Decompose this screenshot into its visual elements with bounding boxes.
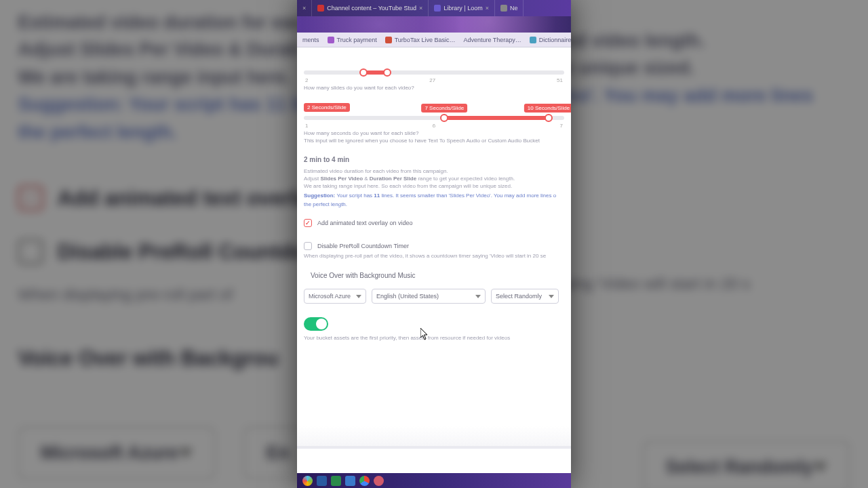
close-icon[interactable]: ×	[302, 5, 306, 12]
tab[interactable]: Channel content – YouTube Stud ×	[312, 0, 429, 16]
duration-estimate: 2 min to 4 min	[304, 156, 564, 163]
edge-icon[interactable]	[345, 476, 355, 486]
bg-checkbox: ✓	[18, 186, 43, 211]
bookmark-label: TurboTax Live Basic…	[395, 37, 456, 43]
bookmark-item[interactable]: Adventure Therapy…	[463, 37, 521, 43]
chrome-icon[interactable]	[359, 476, 370, 486]
slider-help: This input will be ignored when you choo…	[304, 138, 564, 144]
tab[interactable]: ×	[297, 0, 312, 16]
bookmark-label: ments	[302, 37, 319, 43]
chevron-down-icon	[356, 295, 361, 298]
select-value: Select Randomly	[496, 293, 542, 300]
bookmark-item[interactable]: ments	[302, 37, 319, 43]
browser-theme-strip	[297, 16, 571, 33]
tts-voice-select[interactable]: Select Randomly	[491, 289, 559, 304]
select-value: Microsoft Azure	[309, 293, 351, 300]
bookmark-icon	[385, 37, 392, 43]
slider-label: How many seconds do you want for each sl…	[304, 130, 564, 136]
select-value: English (United States)	[376, 293, 439, 300]
tab-label: Ne	[510, 5, 518, 12]
loom-icon	[434, 5, 441, 12]
bookmark-icon	[530, 37, 536, 43]
info-text: Estimated video duration for each video …	[304, 167, 564, 175]
app-icon[interactable]	[374, 476, 384, 486]
slider-tooltip: 7 Seconds/Slide	[421, 104, 467, 113]
bg-checkbox	[18, 239, 43, 264]
slider-tooltip: 10 Seconds/Slide	[524, 104, 571, 113]
slider-handle-right[interactable]	[383, 68, 391, 77]
bookmarks-bar: ments Truck payment TurboTax Live Basic……	[297, 33, 571, 47]
windows-taskbar	[297, 473, 571, 488]
bookmark-item[interactable]: TurboTax Live Basic…	[385, 37, 456, 43]
bg-text: Add animated text overla	[58, 186, 309, 210]
toggle-knob	[316, 319, 327, 329]
close-icon[interactable]: ×	[486, 5, 489, 12]
start-button[interactable]	[302, 476, 313, 486]
word-icon[interactable]	[317, 476, 327, 486]
tab[interactable]: Library | Loom ×	[429, 0, 495, 16]
bookmark-label: Dictionnaire intema…	[539, 37, 571, 43]
tts-provider-select[interactable]: Microsoft Azure	[304, 289, 366, 304]
browser-tabs: × Channel content – YouTube Stud × Libra…	[297, 0, 571, 16]
excel-icon[interactable]	[331, 476, 341, 486]
tab[interactable]: Ne	[495, 0, 524, 16]
tts-language-select[interactable]: English (United States)	[372, 289, 486, 304]
disable-preroll-checkbox[interactable]	[304, 242, 312, 250]
duration-per-slide-slider[interactable]: 7 Seconds/Slide 10 Seconds/Slide	[304, 116, 564, 120]
bookmark-label: Truck payment	[337, 37, 377, 43]
voiceover-title: Voice Over with Background Music	[311, 272, 564, 279]
bookmark-label: Adventure Therapy…	[463, 37, 521, 43]
option-label: Add animated text overlay on video	[317, 220, 413, 226]
slides-per-video-slider[interactable]	[304, 70, 564, 75]
suggestion-text: the perfect length.	[304, 201, 564, 208]
suggestion-text: Suggestion: Your script has 11 lines. It…	[304, 192, 564, 199]
slider-ticks: 2 27 51	[305, 77, 563, 83]
bookmark-item[interactable]: Dictionnaire intema…	[530, 37, 571, 43]
option-help: When displaying pre-roll part of the vid…	[304, 253, 564, 260]
slider-label: How many slides do you want for each vid…	[304, 85, 564, 91]
info-text: We are taking range input here. So each …	[304, 182, 564, 190]
tab-label: Channel content – YouTube Stud	[327, 5, 416, 12]
youtube-icon	[317, 5, 324, 12]
bg-select: Microsoft Azure	[18, 426, 215, 479]
chevron-down-icon	[475, 295, 481, 298]
bottom-bar	[297, 446, 571, 473]
page-content: 2 27 51 How many slides do you want for …	[297, 47, 571, 488]
close-icon[interactable]: ×	[419, 5, 422, 12]
option-label: Disable PreRoll Countdown Timer	[317, 243, 409, 249]
tab-favicon	[500, 5, 507, 12]
slider-handle-left[interactable]	[359, 68, 368, 77]
tab-label: Library | Loom	[443, 5, 482, 12]
bucket-assets-toggle[interactable]	[304, 317, 328, 331]
slider-ticks: 1 6 7	[305, 123, 563, 129]
bookmark-item[interactable]: Truck payment	[328, 37, 377, 43]
slider-summary-badge: 2 Seconds/Slide	[304, 103, 350, 112]
toggle-help: Your bucket assets are the first priorit…	[304, 335, 564, 341]
info-text: Adjust Slides Per Video & Duration Per S…	[304, 175, 564, 182]
slider-handle-right[interactable]	[545, 114, 553, 122]
bg-text: Disable PreRoll Countdo	[58, 240, 306, 264]
slider-handle-left[interactable]	[440, 114, 448, 122]
bookmark-icon	[328, 37, 334, 43]
chevron-down-icon	[549, 295, 554, 298]
animated-text-checkbox[interactable]	[304, 219, 312, 227]
bg-select: Select Randomly	[643, 441, 850, 488]
